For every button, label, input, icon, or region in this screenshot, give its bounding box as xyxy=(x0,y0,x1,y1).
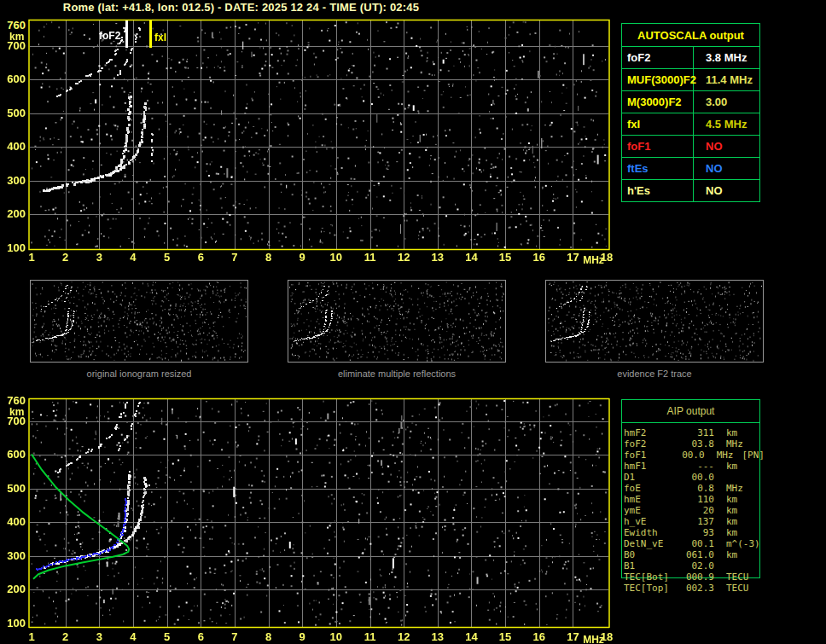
y-axis-tick-label: 400 xyxy=(2,141,26,153)
aip-row-value: 0.8 xyxy=(677,483,714,494)
aip-row-unit: MHz xyxy=(726,483,743,494)
aip-row-unit: km xyxy=(726,549,737,560)
x-axis-tick-label: 3 xyxy=(88,631,110,643)
x-axis-tick-label: 14 xyxy=(460,252,482,264)
aip-row-value: 137 xyxy=(677,516,714,527)
aip-row-unit: TECU xyxy=(726,571,749,583)
aip-row-label: DelN_vE xyxy=(624,538,677,549)
x-axis-tick-label: 1 xyxy=(20,252,43,264)
x-axis-tick-label: 6 xyxy=(189,631,212,643)
x-axis-tick-label: 13 xyxy=(427,252,449,264)
aip-row-label: foF2 xyxy=(624,438,677,450)
autoscala-table-header: AUTOSCALA output xyxy=(622,24,759,47)
aip-row-label: D1 xyxy=(624,472,677,483)
aip-row-hmf1: hmF1---km xyxy=(624,461,765,472)
aip-row-value: 00.0 xyxy=(671,450,704,461)
thumbnail-original-ionogram xyxy=(30,280,248,363)
aip-row-unit: km xyxy=(726,505,737,516)
aip-row-value: 311 xyxy=(677,427,714,438)
page-title: Rome (lat: +41.8, lon: 012.5) - DATE: 20… xyxy=(55,1,427,14)
aip-row-label: foE xyxy=(624,483,677,494)
x-axis-tick-label: 9 xyxy=(291,631,313,643)
x-axis-tick-label: 15 xyxy=(494,631,516,643)
x-axis-tick-label: 1 xyxy=(20,631,43,643)
y-axis-tick-label: 400 xyxy=(2,516,26,528)
x-axis-tick-label: 10 xyxy=(325,252,347,264)
x-axis-tick-label: 3 xyxy=(88,252,110,264)
y-axis-unit-label: km xyxy=(9,407,24,418)
aip-row-tec-top-: TEC[Top]002.3TECU xyxy=(624,583,765,594)
aip-row-value: 00.1 xyxy=(677,538,714,549)
autoscala-row-muf-3000-f2: MUF(3000)F211.4 MHz xyxy=(622,68,759,90)
y-axis-tick-label: 760 xyxy=(2,395,26,407)
aip-row-label: B1 xyxy=(624,560,677,571)
aip-row-value: 93 xyxy=(677,527,714,538)
x-axis-tick-label: 5 xyxy=(156,631,178,643)
y-axis-unit-label: km xyxy=(9,32,24,43)
scaled-ionogram-plot xyxy=(28,17,610,254)
aip-row-value: 02.0 xyxy=(677,560,714,571)
y-axis-tick-label: 500 xyxy=(2,107,26,119)
y-axis-tick-label: 500 xyxy=(2,483,26,495)
x-axis-tick-label: 7 xyxy=(224,252,246,264)
aip-row-label: hmF2 xyxy=(624,427,677,438)
autoscala-row-fof1: foF1NO xyxy=(622,135,759,157)
y-axis-tick-label: 600 xyxy=(2,73,26,85)
autoscala-row-h-es: h'EsNO xyxy=(622,179,759,201)
autoscala-row-label: foF2 xyxy=(622,47,694,68)
autoscala-row-label: M(3000)F2 xyxy=(622,91,694,113)
aip-row-foe: foE0.8MHz xyxy=(624,483,765,494)
aip-row-ewidth: Ewidth93km xyxy=(624,527,765,538)
x-axis-tick-label: 8 xyxy=(258,252,280,264)
aip-row-value: 000.9 xyxy=(677,571,714,583)
x-axis-tick-label: 17 xyxy=(561,252,584,264)
autoscala-app-window: Rome (lat: +41.8, lon: 012.5) - DATE: 20… xyxy=(0,0,826,644)
fof2-marker-label: foF2 xyxy=(99,31,120,42)
aip-row-fof1: foF100.0MHz[PN] xyxy=(624,450,765,461)
autoscala-row-ftes: ftEsNO xyxy=(622,157,759,179)
aip-row-hme: hmE110km xyxy=(624,494,765,505)
x-axis-tick-label: 16 xyxy=(528,631,550,643)
aip-row-unit: m^(-3) xyxy=(726,538,760,549)
autoscala-row-value: 4.5 MHz xyxy=(694,113,759,135)
x-axis-tick-label: 16 xyxy=(528,252,550,264)
aip-row-extra: [PN] xyxy=(742,450,765,461)
autoscala-row-label: ftEs xyxy=(622,158,694,179)
x-axis-tick-label: 13 xyxy=(427,631,449,643)
y-axis-tick-label: 760 xyxy=(2,20,26,32)
x-axis-tick-label: 6 xyxy=(189,252,212,264)
x-axis-tick-label: 4 xyxy=(122,252,144,264)
x-axis-unit-label: MHz xyxy=(583,635,604,644)
aip-row-tec-bot-: TEC[Bot]000.9TECU xyxy=(624,571,765,583)
aip-row-yme: ymE20km xyxy=(624,505,765,516)
x-axis-tick-label: 2 xyxy=(55,252,77,264)
aip-row-label: hmE xyxy=(624,494,677,505)
aip-row-unit: km xyxy=(726,461,737,472)
aip-row-label: B0 xyxy=(624,549,677,560)
x-axis-tick-label: 11 xyxy=(359,631,381,643)
aip-row-value: 03.8 xyxy=(677,438,714,450)
x-axis-tick-label: 15 xyxy=(494,252,516,264)
thumbnail-caption-eliminate: eliminate multiple reflections xyxy=(288,368,506,379)
aip-row-value: 002.3 xyxy=(677,583,714,594)
aip-row-unit: TECU xyxy=(726,583,749,594)
aip-row-value: 20 xyxy=(677,505,714,516)
x-axis-tick-label: 17 xyxy=(561,631,584,643)
aip-row-label: ymE xyxy=(624,505,677,516)
thumbnail-eliminate-reflections xyxy=(288,280,506,363)
aip-row-unit: km xyxy=(726,516,737,527)
aip-row-unit: km xyxy=(726,494,737,505)
x-axis-tick-label: 12 xyxy=(393,252,415,264)
autoscala-row-label: fxI xyxy=(622,113,694,135)
autoscala-row-fxi: fxI4.5 MHz xyxy=(622,113,759,135)
x-axis-tick-label: 12 xyxy=(393,631,415,643)
y-axis-tick-label: 200 xyxy=(2,208,26,220)
aip-row-h-ve: h_vE137km xyxy=(624,516,765,527)
aip-row-unit: km xyxy=(726,427,737,438)
aip-row-fof2: foF203.8MHz xyxy=(624,438,765,450)
x-axis-tick-label: 11 xyxy=(359,252,381,264)
autoscala-row-value: NO xyxy=(694,136,759,157)
aip-row-hmf2: hmF2311km xyxy=(624,427,765,438)
autoscala-output-table: AUTOSCALA output foF23.8 MHzMUF(3000)F21… xyxy=(621,23,760,202)
x-axis-tick-label: 8 xyxy=(258,631,280,643)
